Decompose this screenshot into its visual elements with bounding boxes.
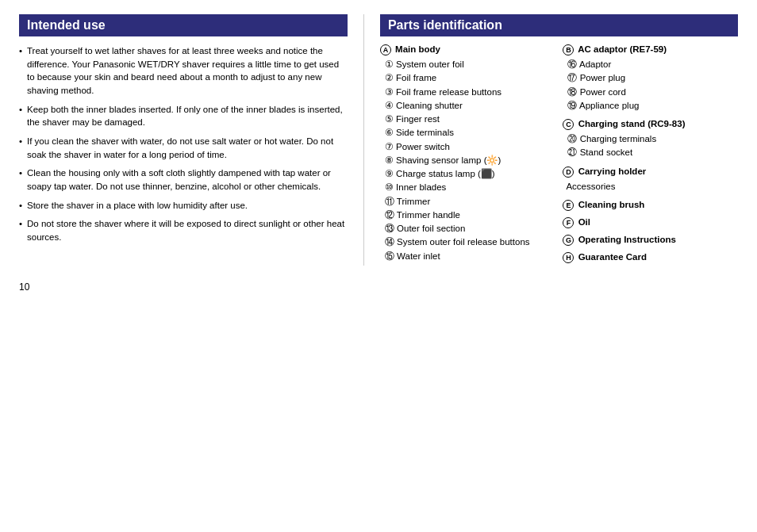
section-c-title: Charging stand (RC9-83) (578, 119, 686, 128)
list-item: Keep both the inner blades inserted. If … (19, 103, 348, 129)
list-item: ⑫ Trimmer handle (383, 209, 555, 222)
section-d-letter: D (563, 166, 574, 178)
section-b-list: ⑯ Adaptor⑰ Power plug⑱ Power cord⑲ Appli… (566, 58, 738, 113)
list-item: ⑦ Power switch (383, 140, 555, 154)
section-g-header: G Operating Instructions (563, 235, 738, 246)
intended-use-title: Intended use (27, 18, 106, 32)
section-f-header: F Oil (563, 217, 738, 228)
parts-identification-title: Parts identification (388, 18, 502, 32)
section-e-title: Cleaning brush (578, 200, 645, 209)
section-d-subtitle: Accessories (566, 180, 738, 193)
parts-right-column: B AC adaptor (RE7-59) ⑯ Adaptor⑰ Power p… (563, 44, 738, 266)
list-item: ⑰ Power plug (566, 71, 738, 85)
section-g-title: Operating Instructions (578, 235, 676, 244)
list-item: ⑱ Power cord (566, 86, 738, 99)
section-a-list: ① System outer foil② Foil frame③ Foil fr… (383, 58, 555, 263)
section-b-title: AC adaptor (RE7-59) (578, 44, 667, 54)
intended-use-section: Intended use Treat yourself to wet lathe… (19, 14, 364, 266)
parts-left-column: A Main body ① System outer foil② Foil fr… (380, 44, 555, 266)
section-f-title: Oil (578, 217, 590, 227)
list-item: ⑧ Shaving sensor lamp (🔆) (383, 154, 555, 167)
section-e-header: E Cleaning brush (563, 200, 738, 211)
section-a-title: Main body (395, 44, 440, 54)
list-item: Store the shaver in a place with low hum… (19, 199, 348, 212)
list-item: ⑮ Water inlet (383, 250, 555, 263)
list-item: ③ Foil frame release buttons (383, 86, 555, 99)
list-item: Do not store the shaver where it will be… (19, 217, 348, 243)
section-b-header: B AC adaptor (RE7-59) (563, 44, 738, 55)
list-item: ④ Cleaning shutter (383, 99, 555, 113)
section-d-header: D Carrying holder (563, 166, 738, 178)
list-item: ② Foil frame (383, 71, 555, 85)
section-c-letter: C (563, 119, 574, 130)
parts-identification-section: Parts identification A Main body ① Syste… (364, 14, 738, 266)
list-item: If you clean the shaver with water, do n… (19, 135, 348, 161)
section-h-title: Guarantee Card (578, 252, 647, 262)
list-item: ⑨ Charge status lamp (⬛) (383, 167, 555, 181)
page-number: 10 (19, 281, 738, 293)
intended-use-header: Intended use (19, 14, 348, 36)
list-item: ㉑ Stand socket (566, 146, 738, 159)
section-d-title: Carrying holder (578, 166, 647, 176)
section-h-header: H Guarantee Card (563, 252, 738, 263)
section-b-letter: B (563, 44, 574, 55)
parts-content: A Main body ① System outer foil② Foil fr… (380, 44, 738, 266)
section-a-header: A Main body (380, 44, 555, 55)
list-item: ⑩ Inner blades (383, 181, 555, 194)
list-item: Treat yourself to wet lather shaves for … (19, 44, 348, 98)
section-g-letter: G (563, 235, 574, 246)
page: Intended use Treat yourself to wet lathe… (0, 0, 757, 307)
list-item: Clean the housing only with a soft cloth… (19, 166, 348, 193)
section-a-letter: A (380, 44, 391, 55)
intended-use-list: Treat yourself to wet lather shaves for … (19, 44, 348, 244)
section-c-list: ⑳ Charging terminals㉑ Stand socket (566, 132, 738, 160)
section-h-letter: H (563, 252, 574, 263)
list-item: ⑭ System outer foil release buttons (383, 235, 555, 249)
list-item: ⑤ Finger rest (383, 113, 555, 126)
list-item: ⑪ Trimmer (383, 195, 555, 209)
list-item: ⑲ Appliance plug (566, 99, 738, 113)
list-item: ⑳ Charging terminals (566, 132, 738, 146)
list-item: ① System outer foil (383, 58, 555, 71)
section-c-header: C Charging stand (RC9-83) (563, 119, 738, 130)
section-e-letter: E (563, 200, 574, 211)
parts-identification-header: Parts identification (380, 14, 738, 36)
list-item: ⑬ Outer foil section (383, 222, 555, 235)
list-item: ⑥ Side terminals (383, 126, 555, 140)
list-item: ⑯ Adaptor (566, 58, 738, 71)
two-column-layout: Intended use Treat yourself to wet lathe… (19, 14, 738, 266)
section-f-letter: F (563, 217, 574, 228)
